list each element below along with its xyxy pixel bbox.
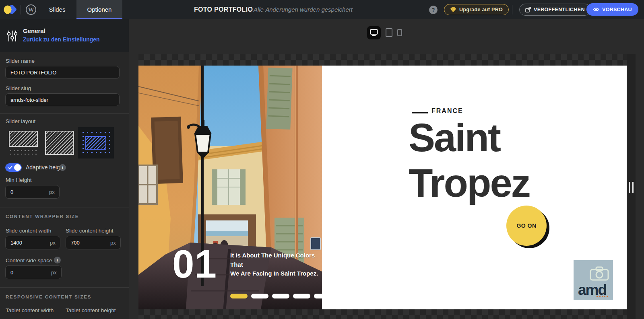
brand-accent-dots [597,296,608,297]
topbar-divider [512,5,512,14]
gem-icon [450,7,456,12]
tagline: FRANCE [431,107,463,115]
transparency-checker-band [138,54,627,66]
layout-option-fullwidth[interactable] [41,127,78,158]
transparency-checker-band [138,309,627,319]
tab-optionen[interactable]: Optionen [76,0,122,19]
monitor-icon [370,29,378,36]
topbar-divider [21,5,21,14]
brand-name: amd [578,282,606,297]
slide-caption: It Is About The Unique Colors That We Ar… [230,251,321,278]
pagination-pill[interactable] [293,294,310,298]
caption-line-2: We Are Facing In Saint Tropez. [230,269,321,278]
title-line-2: Tropez [409,160,530,206]
caption-line-1: It Is About The Unique Colors That [230,251,321,269]
slider-slug-input[interactable] [5,93,120,106]
slide-pagination [230,294,331,298]
top-bar: W Slides Optionen FOTO PORTFOLIO – Alle … [0,0,644,19]
device-tablet-button[interactable] [386,28,392,37]
upgrade-pro-button[interactable]: Upgrade auf PRO [444,4,509,15]
divider [0,287,129,288]
device-desktop-button[interactable] [367,26,381,39]
smart-slider-logo-icon[interactable] [3,4,17,16]
external-link-icon [525,7,531,12]
content-side-space-unit: px [51,270,57,276]
slider-name-input[interactable] [5,66,120,79]
divider [0,113,129,114]
width-resize-handle[interactable] [629,182,634,193]
help-button[interactable]: ? [429,6,438,14]
publish-label: VERÖFFENTLICHEN [534,7,585,12]
slider-name-label: Slider name [6,58,35,64]
layout-option-boxed[interactable] [5,127,41,158]
content-height-unit: px [110,240,116,246]
responsive-section-title: RESPONSIVE CONTENT SIZES [6,294,91,299]
content-width-label: Slide content width [6,228,51,234]
slide-preview[interactable]: 01 It Is About The Unique Colors That We… [138,66,627,309]
min-height-label: Min Height [6,177,32,183]
sidebar-header: General Zurück zu den Einstellungen [0,19,129,52]
device-switcher [367,26,402,39]
slider-layout-label: Slider layout [6,118,35,124]
preview-label: VORSCHAU [602,7,632,12]
check-icon [8,166,12,169]
sliders-icon [7,30,17,42]
slide-number: 01 [172,244,217,284]
slider-slug-label: Slider slug [6,85,31,91]
pagination-pill[interactable] [272,294,289,298]
content-wrapper-section-title: CONTENT WRAPPER SIZE [6,214,79,219]
tablet-height-label: Tablet content height [66,307,116,313]
canvas-right-gutter [627,54,636,319]
wordpress-logo-icon[interactable]: W [26,4,36,15]
layout-option-fullpage-selected[interactable] [78,127,114,158]
settings-sidebar: General Zurück zu den Einstellungen Slid… [0,19,129,319]
slide-text-content: FRANCE Saint Tropez GO ON amd [322,66,627,309]
go-on-button[interactable]: GO ON [506,206,547,246]
eye-icon [593,7,599,12]
save-status: – Alle Änderungen wurden gespeichert [249,0,353,19]
min-height-unit: px [49,189,55,195]
info-icon[interactable]: i [59,164,66,171]
adaptive-height-toggle[interactable] [5,163,22,172]
pagination-pill[interactable] [251,294,268,298]
back-to-settings-link[interactable]: Zurück zu den Einstellungen [23,36,100,43]
brand-logo: amd [574,260,613,300]
title-line-1: Saint [409,115,530,160]
pagination-pill-active[interactable] [230,294,248,298]
preview-button[interactable]: VORSCHAU [586,3,638,16]
divider [0,208,129,208]
camera-icon [589,266,609,281]
content-width-unit: px [50,240,56,246]
content-height-label: Slide content height [66,228,114,234]
content-side-space-label: Content side space [6,257,52,263]
publish-button[interactable]: VERÖFFENTLICHEN [519,4,591,16]
settings-group-title: General [23,27,45,34]
preview-canvas: 01 It Is About The Unique Colors That We… [129,19,644,319]
tab-slides[interactable]: Slides [42,0,72,19]
upgrade-label: Upgrade auf PRO [459,7,503,12]
slider-title: FOTO PORTFOLIO [194,0,253,19]
tablet-width-label: Tablet content width [6,307,54,313]
tagline-dash [412,112,428,113]
info-icon[interactable]: i [54,257,61,263]
slide-title: Saint Tropez [409,115,530,206]
device-mobile-button[interactable] [397,29,402,36]
